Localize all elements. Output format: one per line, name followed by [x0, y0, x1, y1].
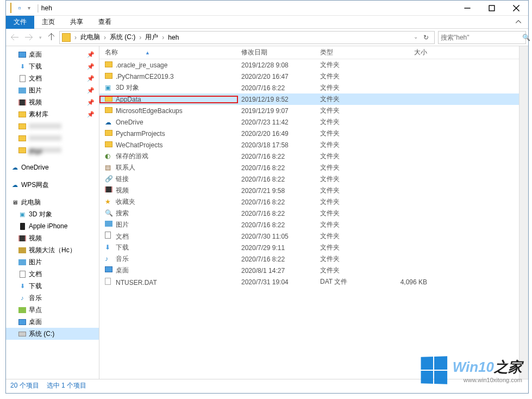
file-row[interactable]: AppData 2019/12/19 8:52 文件夹 — [99, 93, 519, 105]
sidebar-item[interactable]: Apple iPhone — [6, 220, 99, 232]
breadcrumb-item[interactable]: heh — [166, 34, 181, 41]
file-row[interactable]: ⬇下载 2020/7/29 9:11 文件夹 — [99, 242, 519, 253]
back-button[interactable]: 🡠 — [8, 31, 21, 44]
file-row[interactable]: ▤联系人 2020/7/16 8:22 文件夹 — [99, 162, 519, 173]
sidebar-item[interactable]: ⬇下载 — [6, 280, 99, 292]
sidebar-item[interactable]: ⬇下载📌 — [6, 60, 99, 72]
file-row[interactable]: ◐保存的游戏 2020/7/16 8:22 文件夹 — [99, 151, 519, 162]
explorer-window: ▫ ▾ | heh 文件 主页 共享 查看 🡠 🡢 ▾ 🡡 › 此电脑 › 系统… — [5, 0, 529, 394]
picture-icon — [18, 258, 27, 266]
navigation-pane[interactable]: 桌面📌⬇下载📌文档📌图片📌视频📌素材库📌的ipl☁OneDrive☁WPS网盘🖥… — [6, 46, 99, 379]
folder-icon — [105, 130, 114, 138]
breadcrumb-item[interactable]: 系统 (C:) — [108, 33, 137, 42]
file-name: 保存的游戏 — [116, 152, 148, 160]
file-row[interactable]: ★收藏夹 2020/7/16 8:22 文件夹 — [99, 196, 519, 208]
search-input[interactable] — [441, 34, 522, 41]
column-name[interactable]: 名称▲ — [99, 48, 238, 57]
sidebar-item[interactable]: 素材库📌 — [6, 108, 99, 120]
ribbon-expand-button[interactable] — [509, 17, 528, 27]
tab-view[interactable]: 查看 — [91, 16, 119, 29]
file-date: 2019/12/28 9:08 — [238, 61, 317, 69]
file-type: 文件夹 — [317, 129, 382, 138]
breadcrumb-item[interactable]: 用户 — [143, 33, 160, 42]
file-date: 2020/7/16 8:22 — [238, 176, 317, 183]
refresh-icon[interactable]: ↻ — [420, 34, 432, 41]
up-button[interactable]: 🡡 — [45, 31, 58, 44]
address-bar[interactable]: › 此电脑 › 系统 (C:) › 用户 › heh ⌄ ↻ — [59, 31, 435, 44]
folder-icon — [18, 134, 27, 142]
file-row[interactable]: .PyCharmCE2019.3 2020/2/20 16:47 文件夹 — [99, 71, 519, 82]
watermark-title-b: 之家 — [494, 359, 522, 375]
file-name: 搜索 — [116, 209, 129, 217]
file-row[interactable]: PycharmProjects 2020/2/20 16:49 文件夹 — [99, 128, 519, 139]
sidebar-item[interactable]: 早点 — [6, 304, 99, 316]
video2-icon — [18, 246, 27, 254]
breadcrumb-item[interactable]: 此电脑 — [78, 33, 102, 42]
file-row[interactable]: NTUSER.DAT 2020/7/31 19:04 DAT 文件 4,096 … — [99, 276, 519, 288]
chevron-icon[interactable]: › — [103, 34, 107, 41]
file-row[interactable]: .oracle_jre_usage 2019/12/28 9:08 文件夹 — [99, 59, 519, 71]
maximize-button[interactable] — [479, 1, 504, 16]
tab-share[interactable]: 共享 — [62, 16, 91, 29]
qat-dropdown-icon[interactable]: ▾ — [28, 5, 30, 11]
sidebar-item[interactable]: 桌面 — [6, 316, 99, 328]
file-row[interactable]: 视频 2020/7/21 9:58 文件夹 — [99, 185, 519, 196]
file-name: 联系人 — [116, 164, 135, 171]
sidebar-item[interactable] — [6, 132, 99, 144]
file-row[interactable]: 桌面 2020/8/1 14:27 文件夹 — [99, 265, 519, 276]
watermark-url: www.win10xitong.com — [453, 377, 522, 383]
file-row[interactable]: ♪音乐 2020/7/16 8:22 文件夹 — [99, 253, 519, 265]
file-row[interactable]: 图片 2020/7/16 8:22 文件夹 — [99, 219, 519, 230]
chevron-icon[interactable]: › — [138, 34, 142, 41]
file-row[interactable]: 🔗链接 2020/7/16 8:22 文件夹 — [99, 173, 519, 185]
properties-icon[interactable]: ▫ — [18, 3, 21, 13]
address-dropdown-icon[interactable]: ⌄ — [414, 34, 418, 41]
file-row[interactable]: ▣3D 对象 2020/7/16 8:22 文件夹 — [99, 82, 519, 93]
file-row[interactable]: 🔍搜索 2020/7/16 8:22 文件夹 — [99, 208, 519, 219]
onedrive-icon: ☁ — [105, 119, 114, 126]
video-icon — [105, 186, 114, 194]
download-icon: ⬇ — [18, 63, 27, 70]
file-list[interactable]: 名称▲ 修改日期 类型 大小 .oracle_jre_usage 2019/12… — [99, 46, 519, 379]
tab-home[interactable]: 主页 — [34, 16, 62, 29]
sidebar-item[interactable]: ☁OneDrive — [6, 161, 99, 173]
sidebar-item[interactable]: 桌面📌 — [6, 48, 99, 60]
close-button[interactable] — [504, 1, 528, 16]
scrollbar[interactable] — [519, 46, 528, 379]
sidebar-item[interactable]: 图片 — [6, 256, 99, 268]
search-box[interactable]: 🔍 — [438, 31, 526, 44]
sidebar-item[interactable]: 视频 — [6, 232, 99, 244]
chevron-icon[interactable]: › — [161, 34, 165, 41]
tab-file[interactable]: 文件 — [6, 16, 34, 29]
sidebar-item[interactable]: 系统 (C:) — [6, 328, 99, 340]
sidebar-item[interactable]: ♪音乐 — [6, 292, 99, 304]
sidebar-item[interactable]: ▣3D 对象 — [6, 208, 99, 220]
sidebar-item[interactable]: 视频📌 — [6, 96, 99, 108]
sidebar-item[interactable]: 文档📌 — [6, 72, 99, 84]
recent-dropdown[interactable]: ▾ — [36, 31, 44, 44]
column-date[interactable]: 修改日期 — [238, 48, 317, 57]
file-row[interactable]: 文档 2020/7/30 11:05 文件夹 — [99, 230, 519, 242]
file-type: 文件夹 — [317, 95, 382, 104]
file-row[interactable]: MicrosoftEdgeBackups 2019/12/19 9:07 文件夹 — [99, 105, 519, 116]
sidebar-item[interactable]: ☁WPS网盘 — [6, 179, 99, 191]
sidebar-item[interactable]: 文档 — [6, 268, 99, 280]
sidebar-item[interactable] — [6, 120, 99, 132]
file-date: 2019/12/19 8:52 — [238, 96, 317, 103]
chevron-icon[interactable]: › — [73, 34, 78, 41]
onedrive-icon: ☁ — [10, 164, 19, 171]
sidebar-label: Apple iPhone — [29, 222, 67, 230]
file-type: 文件夹 — [317, 140, 382, 149]
sidebar-item-thispc[interactable]: 🖥此电脑 — [6, 196, 99, 208]
file-row[interactable]: WeChatProjects 2020/3/18 17:58 文件夹 — [99, 139, 519, 151]
sidebar-item[interactable]: 图片📌 — [6, 84, 99, 96]
search-icon[interactable]: 🔍 — [522, 34, 530, 41]
minimize-button[interactable] — [455, 1, 479, 16]
sidebar-item[interactable]: 视频大法（Hc） — [6, 244, 99, 256]
file-row[interactable]: ☁OneDrive 2020/7/23 11:42 文件夹 — [99, 116, 519, 128]
forward-button[interactable]: 🡢 — [22, 31, 35, 44]
column-size[interactable]: 大小 — [382, 48, 431, 57]
sidebar-item[interactable]: 的ipl — [6, 144, 99, 156]
sidebar-label: 图片 — [29, 258, 42, 267]
column-type[interactable]: 类型 — [317, 48, 382, 57]
